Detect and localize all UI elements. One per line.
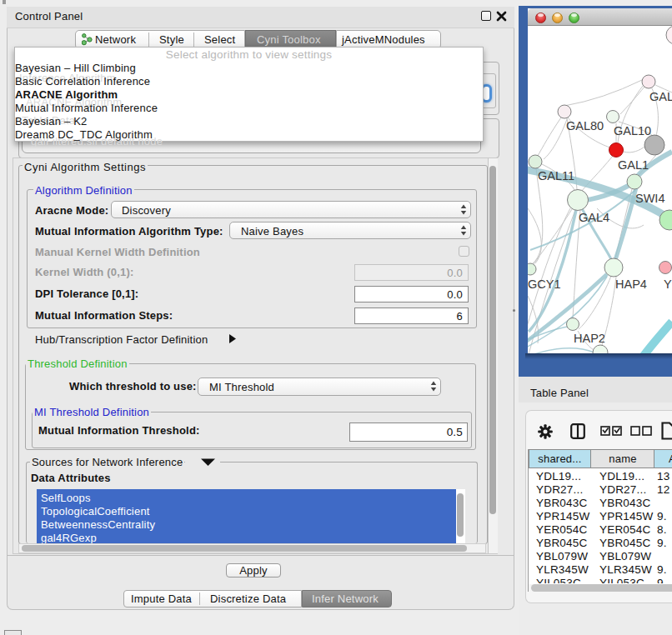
svg-text:Y: Y [664,278,672,291]
svg-text:GAL7: GAL7 [649,90,672,103]
svg-text:GAL80: GAL80 [566,119,604,132]
svg-text:HAP2: HAP2 [574,332,605,345]
svg-text:HAP4: HAP4 [615,278,647,291]
svg-text:GAL11: GAL11 [538,169,574,182]
svg-text:GAL10: GAL10 [614,124,651,138]
svg-text:GCY1: GCY1 [528,278,561,291]
svg-text:GAL4: GAL4 [579,211,609,224]
svg-text:SWI4: SWI4 [635,192,664,205]
svg-text:GAL1: GAL1 [618,158,649,172]
